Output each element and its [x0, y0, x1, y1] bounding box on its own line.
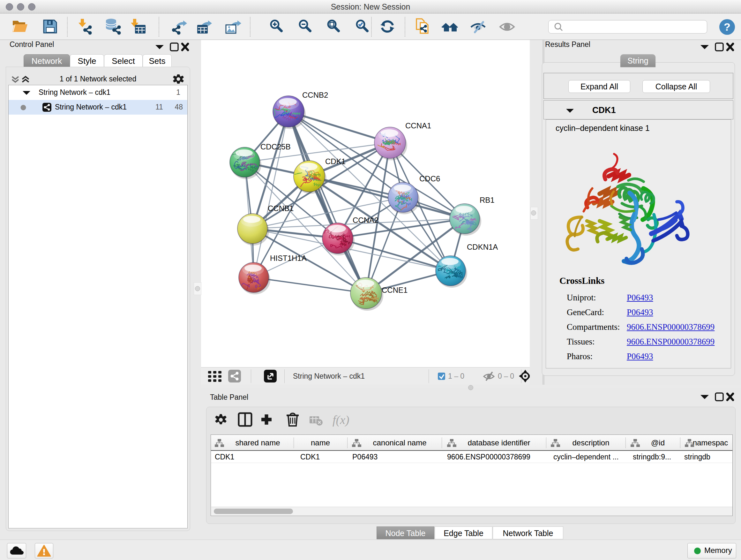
- svg-text:CDK1: CDK1: [325, 157, 346, 166]
- svg-text:CCNA2: CCNA2: [353, 216, 379, 225]
- svg-text:CCNB2: CCNB2: [302, 91, 328, 99]
- svg-text:CCNA1: CCNA1: [405, 121, 431, 130]
- svg-text:CDKN1A: CDKN1A: [467, 243, 498, 251]
- svg-text:f(x): f(x): [333, 413, 349, 427]
- svg-text:CDC25B: CDC25B: [260, 142, 291, 151]
- svg-text:CCNB1: CCNB1: [268, 204, 293, 212]
- svg-text:RB1: RB1: [480, 196, 495, 204]
- svg-text:HIST1H1A: HIST1H1A: [270, 254, 307, 262]
- svg-text:CCNE1: CCNE1: [382, 286, 408, 294]
- svg-text:CDC6: CDC6: [419, 174, 440, 183]
